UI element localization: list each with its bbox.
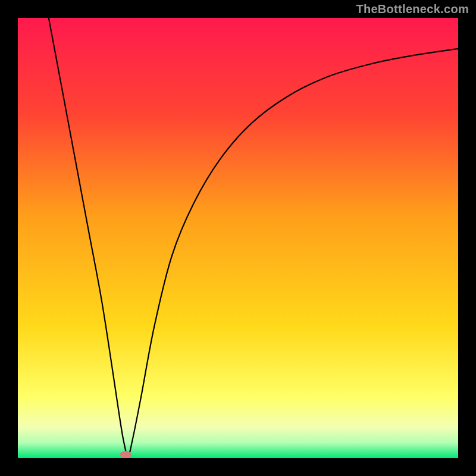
plot-area <box>18 18 458 458</box>
chart-frame: TheBottleneck.com <box>0 0 476 476</box>
attribution-label: TheBottleneck.com <box>356 2 469 16</box>
optimal-point-marker <box>120 451 131 458</box>
chart-svg <box>0 0 476 476</box>
